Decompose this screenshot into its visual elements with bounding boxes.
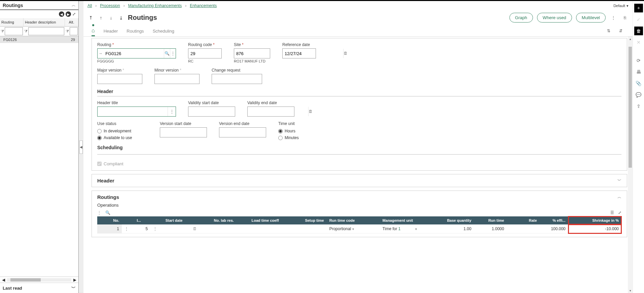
- col-i[interactable]: I...: [134, 216, 151, 224]
- grid-search-icon[interactable]: 🔍: [105, 210, 110, 215]
- vertical-scrollbar[interactable]: ▴ ▾: [628, 37, 633, 293]
- export-icon[interactable]: ⇪: [634, 102, 643, 111]
- col-load[interactable]: Load time coeff: [237, 216, 282, 224]
- nav-next-icon[interactable]: ▶: [66, 11, 71, 17]
- kebab-icon[interactable]: ⋮: [168, 107, 176, 116]
- timeunit-label: Time unit: [278, 121, 299, 126]
- tab-routings[interactable]: Routings: [127, 26, 144, 36]
- last-record-icon[interactable]: ⤓: [118, 15, 124, 20]
- scroll-left-icon[interactable]: ◀: [2, 278, 5, 282]
- list-row[interactable]: FG0126 29: [0, 36, 78, 43]
- col-start[interactable]: Start date: [163, 216, 200, 224]
- print-icon[interactable]: 🖶: [634, 68, 643, 76]
- use-label: Use status: [97, 121, 148, 126]
- grid-menu-icon[interactable]: ⋮: [97, 210, 101, 215]
- crumb-all[interactable]: All: [87, 3, 92, 8]
- crumb-mfg[interactable]: Manufacturing Enhancements: [128, 3, 182, 8]
- col-no[interactable]: No.: [97, 216, 122, 224]
- comment-icon[interactable]: 💬: [634, 90, 643, 99]
- filter-alt[interactable]: [70, 27, 78, 35]
- filter-icon[interactable]: ⧩: [1, 29, 4, 34]
- site-sub: RO17 MANUF LTD: [234, 59, 270, 63]
- routing-input[interactable]: [103, 49, 164, 58]
- default-dropdown[interactable]: Default ▾: [613, 4, 629, 8]
- verend-input[interactable]: [219, 128, 280, 137]
- minutes-radio[interactable]: Minutes: [278, 135, 299, 140]
- kebab-menu-icon[interactable]: ⋮: [610, 14, 617, 22]
- row-routing: FG0126: [1, 38, 25, 42]
- col-alt[interactable]: Alt.: [65, 18, 78, 26]
- expand-grid-icon[interactable]: ⤢: [618, 210, 621, 215]
- verstart-input[interactable]: [160, 128, 221, 137]
- filter-routing[interactable]: [5, 27, 23, 35]
- col-runtime[interactable]: Run time: [474, 216, 507, 224]
- row-menu-icon[interactable]: ⋮: [153, 226, 157, 231]
- link-icon[interactable]: →: [98, 49, 103, 58]
- calendar-icon[interactable]: 🗓: [343, 49, 348, 58]
- chevron-up-icon[interactable]: ︿: [617, 194, 621, 200]
- tab-header[interactable]: Header: [104, 26, 118, 36]
- add-icon[interactable]: ＋: [634, 4, 643, 12]
- refdate-input[interactable]: [283, 49, 343, 58]
- cell-mgmt[interactable]: Time for 1 ▾: [380, 224, 433, 234]
- collapse-handle-icon[interactable]: ◀: [79, 140, 83, 154]
- majv-input[interactable]: [98, 74, 158, 84]
- col-rtcode[interactable]: Run time code: [327, 216, 380, 224]
- search-icon[interactable]: 🔍: [164, 49, 170, 58]
- attach-icon[interactable]: 📎: [634, 79, 643, 88]
- majv-label: Major version: [97, 68, 142, 73]
- filter-icon[interactable]: ⧩: [66, 29, 69, 34]
- expand-all-icon[interactable]: ⇵: [617, 27, 624, 35]
- crumb-enh[interactable]: Enhancements: [190, 3, 217, 8]
- code-sub: RC: [188, 59, 222, 63]
- delete-icon[interactable]: 🗑: [634, 27, 643, 35]
- use-avail-radio[interactable]: Available to use: [97, 135, 148, 140]
- row-menu-icon[interactable]: ⋮: [124, 226, 129, 231]
- calendar-icon[interactable]: 🗓: [308, 107, 313, 116]
- home-tab[interactable]: ⌂: [92, 25, 95, 36]
- col-lab[interactable]: No. lab res.: [200, 216, 237, 224]
- filter-desc[interactable]: [28, 27, 64, 35]
- use-dev-radio[interactable]: In development: [97, 129, 148, 133]
- layers-icon[interactable]: ☰: [610, 210, 614, 215]
- scroll-right-icon[interactable]: ▶: [73, 278, 76, 282]
- cell-rtcode[interactable]: Proportional ▾: [327, 224, 380, 234]
- crumb-procession[interactable]: Procession: [100, 3, 120, 8]
- routings-title: Routings: [97, 194, 119, 200]
- nav-prev-icon[interactable]: ◀: [59, 11, 64, 17]
- filter-icon[interactable]: ⧩: [24, 29, 28, 34]
- graph-button[interactable]: Graph: [509, 13, 533, 23]
- chevron-down-icon[interactable]: ﹀: [71, 285, 76, 291]
- prev-record-icon[interactable]: ↑: [98, 15, 104, 20]
- multilevel-button[interactable]: Multilevel: [576, 13, 606, 23]
- panel-divider[interactable]: ◀: [79, 1, 83, 293]
- col-mgmt[interactable]: Management unit: [380, 216, 433, 224]
- hours-radio[interactable]: Hours: [278, 129, 299, 133]
- table-row[interactable]: 1 ⋮ 5 ⋮ 🗓 Proportional ▾ Time for 1 ▾ 1.…: [97, 224, 621, 234]
- collapse-panel-icon[interactable]: ︿: [72, 2, 76, 8]
- refresh-icon[interactable]: ⟳: [634, 56, 643, 65]
- where-used-button[interactable]: Where used: [537, 13, 572, 23]
- tab-scheduling[interactable]: Scheduling: [153, 26, 174, 36]
- minv-input[interactable]: [155, 74, 215, 84]
- headt-input[interactable]: [98, 107, 168, 116]
- scrollbar-thumb[interactable]: [10, 278, 41, 282]
- expand-icon[interactable]: ⤢: [72, 12, 76, 16]
- col-shrink[interactable]: Shrinkage in %: [568, 216, 621, 224]
- chg-input[interactable]: [212, 74, 273, 84]
- col-desc[interactable]: Header description: [24, 18, 65, 26]
- col-setup[interactable]: Setup time: [282, 216, 327, 224]
- first-record-icon[interactable]: ⤒: [87, 15, 94, 20]
- col-routing[interactable]: Routing: [0, 18, 24, 26]
- col-baseq[interactable]: Base quantity: [433, 216, 474, 224]
- vstart-input[interactable]: [188, 107, 249, 116]
- next-record-icon[interactable]: ↓: [108, 15, 114, 20]
- exit-icon[interactable]: ⎘: [621, 14, 629, 22]
- col-effi[interactable]: % effi...: [540, 216, 568, 224]
- collapse-all-icon[interactable]: ⇅: [605, 27, 612, 35]
- header-collapse-card[interactable]: Header ﹀: [92, 174, 627, 187]
- col-rate[interactable]: Rate: [507, 216, 539, 224]
- calendar-icon[interactable]: 🗓: [193, 226, 197, 231]
- kebab-icon[interactable]: ⋮: [170, 49, 176, 58]
- vend-input[interactable]: [248, 107, 308, 116]
